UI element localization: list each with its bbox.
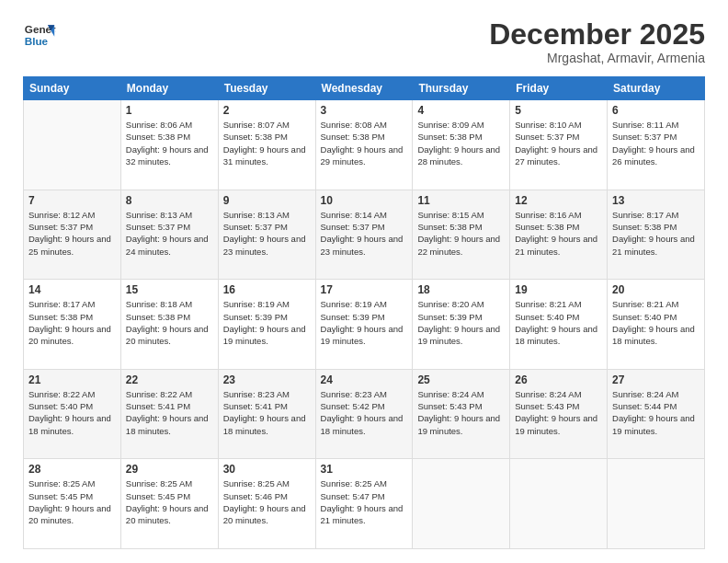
day-number: 29: [126, 463, 213, 476]
day-number: 28: [28, 463, 116, 476]
calendar-day-cell: 17Sunrise: 8:19 AM Sunset: 5:39 PM Dayli…: [315, 280, 413, 370]
day-number: 5: [515, 104, 602, 117]
day-number: 10: [321, 194, 408, 207]
day-number: 7: [28, 194, 116, 207]
calendar-day-cell: [413, 459, 510, 549]
calendar-day-cell: 21Sunrise: 8:22 AM Sunset: 5:40 PM Dayli…: [24, 369, 121, 459]
day-number: 9: [223, 194, 311, 207]
day-number: 27: [612, 373, 700, 386]
logo-icon: General Blue: [23, 18, 56, 52]
calendar-week-row: 28Sunrise: 8:25 AM Sunset: 5:45 PM Dayli…: [24, 459, 705, 549]
calendar-day-cell: 18Sunrise: 8:20 AM Sunset: 5:39 PM Dayli…: [413, 280, 510, 370]
calendar-page: General Blue December 2025 Mrgashat, Arm…: [0, 0, 728, 563]
day-number: 25: [417, 373, 505, 386]
header-wednesday: Wednesday: [315, 77, 413, 100]
day-info: Sunrise: 8:20 AM Sunset: 5:39 PM Dayligh…: [417, 298, 505, 347]
day-info: Sunrise: 8:15 AM Sunset: 5:38 PM Dayligh…: [417, 209, 505, 258]
day-info: Sunrise: 8:24 AM Sunset: 5:43 PM Dayligh…: [417, 388, 505, 437]
day-number: 26: [515, 373, 602, 386]
day-number: 14: [28, 283, 116, 296]
day-info: Sunrise: 8:10 AM Sunset: 5:37 PM Dayligh…: [515, 119, 602, 167]
day-info: Sunrise: 8:18 AM Sunset: 5:38 PM Dayligh…: [126, 298, 213, 347]
calendar-day-cell: [24, 100, 121, 190]
calendar-day-cell: 12Sunrise: 8:16 AM Sunset: 5:38 PM Dayli…: [510, 190, 608, 280]
day-info: Sunrise: 8:17 AM Sunset: 5:38 PM Dayligh…: [28, 298, 116, 347]
calendar-day-cell: 15Sunrise: 8:18 AM Sunset: 5:38 PM Dayli…: [120, 280, 218, 370]
day-info: Sunrise: 8:19 AM Sunset: 5:39 PM Dayligh…: [223, 298, 311, 347]
svg-text:Blue: Blue: [25, 35, 49, 47]
calendar-day-cell: 25Sunrise: 8:24 AM Sunset: 5:43 PM Dayli…: [413, 369, 510, 459]
day-number: 23: [223, 373, 311, 386]
calendar-day-cell: 16Sunrise: 8:19 AM Sunset: 5:39 PM Dayli…: [218, 280, 315, 370]
calendar-day-cell: 8Sunrise: 8:13 AM Sunset: 5:37 PM Daylig…: [120, 190, 218, 280]
day-info: Sunrise: 8:11 AM Sunset: 5:37 PM Dayligh…: [612, 119, 700, 167]
day-info: Sunrise: 8:24 AM Sunset: 5:43 PM Dayligh…: [515, 388, 602, 437]
day-info: Sunrise: 8:08 AM Sunset: 5:38 PM Dayligh…: [321, 119, 408, 167]
logo: General Blue: [23, 18, 56, 52]
calendar-day-cell: 24Sunrise: 8:23 AM Sunset: 5:42 PM Dayli…: [315, 369, 413, 459]
page-header: General Blue December 2025 Mrgashat, Arm…: [23, 18, 705, 65]
month-title: December 2025: [489, 18, 705, 51]
header-friday: Friday: [510, 77, 608, 100]
calendar-day-cell: 28Sunrise: 8:25 AM Sunset: 5:45 PM Dayli…: [24, 459, 121, 549]
day-number: 15: [126, 283, 213, 296]
day-number: 24: [321, 373, 408, 386]
day-number: 30: [223, 463, 311, 476]
calendar-day-cell: 26Sunrise: 8:24 AM Sunset: 5:43 PM Dayli…: [510, 369, 608, 459]
day-number: 12: [515, 194, 602, 207]
day-info: Sunrise: 8:06 AM Sunset: 5:38 PM Dayligh…: [126, 119, 213, 167]
calendar-day-cell: 13Sunrise: 8:17 AM Sunset: 5:38 PM Dayli…: [608, 190, 705, 280]
calendar-day-cell: 14Sunrise: 8:17 AM Sunset: 5:38 PM Dayli…: [24, 280, 121, 370]
day-info: Sunrise: 8:22 AM Sunset: 5:40 PM Dayligh…: [28, 388, 116, 437]
day-number: 18: [417, 283, 505, 296]
weekday-header-row: Sunday Monday Tuesday Wednesday Thursday…: [24, 77, 705, 100]
calendar-day-cell: 7Sunrise: 8:12 AM Sunset: 5:37 PM Daylig…: [24, 190, 121, 280]
day-info: Sunrise: 8:09 AM Sunset: 5:38 PM Dayligh…: [417, 119, 505, 167]
calendar-day-cell: 27Sunrise: 8:24 AM Sunset: 5:44 PM Dayli…: [608, 369, 705, 459]
calendar-week-row: 14Sunrise: 8:17 AM Sunset: 5:38 PM Dayli…: [24, 280, 705, 370]
day-number: 8: [126, 194, 213, 207]
day-number: 22: [126, 373, 213, 386]
calendar-day-cell: 5Sunrise: 8:10 AM Sunset: 5:37 PM Daylig…: [510, 100, 608, 190]
calendar-day-cell: 30Sunrise: 8:25 AM Sunset: 5:46 PM Dayli…: [218, 459, 315, 549]
day-info: Sunrise: 8:13 AM Sunset: 5:37 PM Dayligh…: [223, 209, 311, 258]
day-number: 31: [321, 463, 408, 476]
location-subtitle: Mrgashat, Armavir, Armenia: [489, 51, 705, 65]
day-number: 20: [612, 283, 700, 296]
calendar-day-cell: 1Sunrise: 8:06 AM Sunset: 5:38 PM Daylig…: [120, 100, 218, 190]
calendar-day-cell: 6Sunrise: 8:11 AM Sunset: 5:37 PM Daylig…: [608, 100, 705, 190]
calendar-day-cell: 29Sunrise: 8:25 AM Sunset: 5:45 PM Dayli…: [120, 459, 218, 549]
day-number: 17: [321, 283, 408, 296]
calendar-day-cell: 11Sunrise: 8:15 AM Sunset: 5:38 PM Dayli…: [413, 190, 510, 280]
day-number: 13: [612, 194, 700, 207]
day-info: Sunrise: 8:25 AM Sunset: 5:46 PM Dayligh…: [223, 477, 311, 526]
day-number: 19: [515, 283, 602, 296]
calendar-day-cell: 9Sunrise: 8:13 AM Sunset: 5:37 PM Daylig…: [218, 190, 315, 280]
day-info: Sunrise: 8:13 AM Sunset: 5:37 PM Dayligh…: [126, 209, 213, 258]
day-info: Sunrise: 8:22 AM Sunset: 5:41 PM Dayligh…: [126, 388, 213, 437]
header-monday: Monday: [120, 77, 218, 100]
calendar-week-row: 7Sunrise: 8:12 AM Sunset: 5:37 PM Daylig…: [24, 190, 705, 280]
calendar-day-cell: 23Sunrise: 8:23 AM Sunset: 5:41 PM Dayli…: [218, 369, 315, 459]
day-number: 11: [417, 194, 505, 207]
calendar-day-cell: 10Sunrise: 8:14 AM Sunset: 5:37 PM Dayli…: [315, 190, 413, 280]
header-saturday: Saturday: [608, 77, 705, 100]
day-info: Sunrise: 8:21 AM Sunset: 5:40 PM Dayligh…: [515, 298, 602, 347]
day-info: Sunrise: 8:12 AM Sunset: 5:37 PM Dayligh…: [28, 209, 116, 258]
day-info: Sunrise: 8:07 AM Sunset: 5:38 PM Dayligh…: [223, 119, 311, 167]
calendar-day-cell: 4Sunrise: 8:09 AM Sunset: 5:38 PM Daylig…: [413, 100, 510, 190]
day-info: Sunrise: 8:14 AM Sunset: 5:37 PM Dayligh…: [321, 209, 408, 258]
calendar-day-cell: 3Sunrise: 8:08 AM Sunset: 5:38 PM Daylig…: [315, 100, 413, 190]
calendar-day-cell: 19Sunrise: 8:21 AM Sunset: 5:40 PM Dayli…: [510, 280, 608, 370]
calendar-week-row: 1Sunrise: 8:06 AM Sunset: 5:38 PM Daylig…: [24, 100, 705, 190]
header-thursday: Thursday: [413, 77, 510, 100]
calendar-day-cell: [510, 459, 608, 549]
day-info: Sunrise: 8:24 AM Sunset: 5:44 PM Dayligh…: [612, 388, 700, 437]
day-number: 6: [612, 104, 700, 117]
day-number: 3: [321, 104, 408, 117]
header-sunday: Sunday: [24, 77, 121, 100]
day-info: Sunrise: 8:21 AM Sunset: 5:40 PM Dayligh…: [612, 298, 700, 347]
calendar-day-cell: 31Sunrise: 8:25 AM Sunset: 5:47 PM Dayli…: [315, 459, 413, 549]
title-block: December 2025 Mrgashat, Armavir, Armenia: [489, 18, 705, 65]
calendar-week-row: 21Sunrise: 8:22 AM Sunset: 5:40 PM Dayli…: [24, 369, 705, 459]
